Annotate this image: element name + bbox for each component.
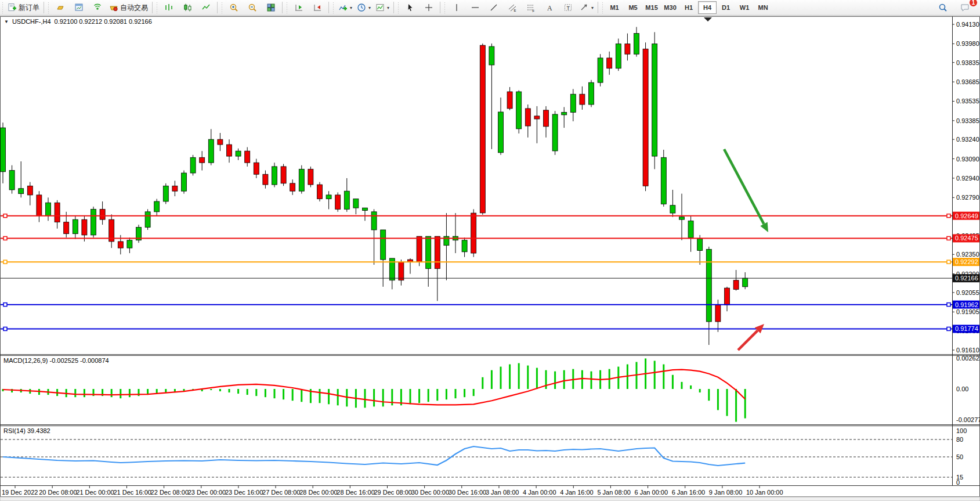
trendline-button[interactable] (484, 1, 503, 15)
chart-window-button[interactable] (70, 1, 88, 15)
price-axis-label: 0.93535 (956, 98, 979, 104)
channel-button[interactable]: E (503, 1, 522, 15)
toolbar-grip[interactable] (1, 2, 4, 13)
candle (308, 167, 313, 188)
indicators-button[interactable]: ▾ (336, 1, 355, 15)
timeframe-mn-button[interactable]: MN (754, 1, 772, 14)
toolbar-grip[interactable] (285, 2, 288, 13)
cursor-button[interactable] (401, 1, 420, 15)
candle (598, 54, 603, 86)
chart-canvas[interactable]: 0.941300.939800.938350.936850.935350.933… (0, 16, 980, 501)
candle-chart-button[interactable] (178, 1, 197, 15)
candle (299, 165, 304, 194)
candle (145, 209, 150, 230)
timeframe-h1-button[interactable]: H1 (679, 1, 698, 14)
toolbar-grip[interactable] (332, 2, 335, 13)
hline-button[interactable] (466, 1, 484, 15)
auto-scroll-button[interactable] (308, 1, 327, 15)
periods-button[interactable]: ▾ (355, 1, 373, 15)
candle (317, 182, 323, 201)
timeframe-h4-button[interactable]: H4 (698, 1, 717, 14)
text-button[interactable]: A (540, 1, 559, 15)
status-strip (0, 497, 980, 501)
fibonacci-button[interactable]: F (522, 1, 540, 15)
chart-window[interactable]: 0.941300.939800.938350.936850.935350.933… (0, 16, 980, 501)
price-tag: 0.92649 (953, 212, 979, 220)
chart-shift-button[interactable] (290, 1, 308, 15)
templates-button[interactable]: ▾ (373, 1, 392, 15)
toolbar-grip[interactable] (443, 2, 446, 13)
time-axis-label: 23 Dec 00:00 (188, 489, 226, 496)
chart-background (0, 16, 980, 501)
cursor-icon (406, 3, 415, 12)
candle (182, 171, 187, 194)
chevron-down-icon: ▾ (591, 5, 594, 10)
bar-chart-button[interactable] (160, 1, 178, 15)
time-axis-label: 6 Jan 16:00 (672, 489, 706, 496)
crosshair-button[interactable] (420, 1, 438, 15)
macd-axis-label: 0.00 (956, 385, 968, 392)
rsi-axis-label: 50 (956, 453, 963, 460)
macd-name: MACD(12,26,9) (3, 357, 48, 364)
vline-button[interactable] (447, 1, 466, 15)
timeframe-m1-button[interactable]: M1 (605, 1, 624, 14)
timeframe-w1-button[interactable]: W1 (735, 1, 754, 14)
timeframe-m30-button[interactable]: M30 (661, 1, 679, 14)
timeframe-m5-button[interactable]: M5 (624, 1, 642, 14)
shapes-button[interactable]: ▾ (577, 1, 596, 15)
line-chart-icon (201, 3, 211, 12)
line-chart-button[interactable] (197, 1, 215, 15)
signals-button[interactable] (88, 1, 107, 15)
candle (272, 163, 277, 187)
price-axis-label: 0.93240 (956, 136, 979, 143)
time-axis-label: 29 Dec 08:00 (374, 489, 412, 496)
time-axis-label: 3 Jan 08:00 (486, 489, 519, 496)
text-label-icon: T (563, 3, 573, 12)
timeframe-m15-button[interactable]: M15 (642, 1, 661, 14)
tile-windows-button[interactable] (262, 1, 280, 15)
time-axis-label: 30 Dec 00:00 (411, 489, 449, 496)
price-axis-label: 0.92940 (956, 175, 979, 182)
toolbar-grip[interactable] (220, 2, 223, 13)
new-order-button[interactable]: 新订单 (5, 1, 42, 15)
text-label-button[interactable]: T (559, 1, 577, 15)
toolbar-grip[interactable] (601, 2, 604, 13)
chart-dropdown-icon[interactable]: ▼ (4, 19, 9, 24)
search-button[interactable] (934, 1, 952, 15)
notifications-button[interactable]: 1 (956, 1, 974, 15)
toolbar-grip[interactable] (47, 2, 50, 13)
hline-icon (471, 3, 480, 12)
search-icon (938, 3, 948, 12)
timeframe-d1-button[interactable]: D1 (717, 1, 735, 14)
candle (516, 91, 522, 134)
toolbar-grip[interactable] (397, 2, 400, 13)
crosshair-icon (424, 3, 433, 12)
toolbar-separator (44, 2, 44, 13)
zoom-out-button[interactable] (243, 1, 262, 15)
price-axis-label: 0.91905 (956, 308, 979, 315)
tile-windows-icon (266, 3, 276, 12)
svg-text:0.92292: 0.92292 (955, 258, 978, 265)
price-tag: 0.92475 (953, 234, 979, 242)
price-axis-label: 0.93980 (956, 40, 979, 47)
autotrade-button[interactable]: 自动交易 (107, 1, 150, 15)
chart-ohlc-values: 0.92100 0.92212 0.92081 0.92166 (55, 18, 152, 25)
svg-text:T: T (567, 5, 570, 11)
toolbar-separator (328, 2, 329, 13)
candle (552, 111, 558, 155)
candle (190, 155, 196, 176)
toolbar-grip[interactable] (156, 2, 158, 13)
chart-window-icon (74, 3, 84, 12)
candle (163, 183, 168, 204)
trendline-icon (489, 3, 498, 12)
gold-bar-button[interactable] (51, 1, 70, 15)
chat-icon (960, 3, 970, 12)
macd-values: -0.002525 -0.000874 (49, 357, 109, 364)
macd-indicator-label: MACD(12,26,9) -0.002525 -0.000874 (3, 357, 109, 364)
price-tag: 0.91774 (953, 325, 979, 333)
time-axis-label: 20 Dec 08:00 (39, 489, 77, 496)
candle (91, 207, 96, 237)
macd-axis-label: -0.00277 (956, 416, 980, 423)
price-axis-label: 0.92790 (956, 194, 979, 201)
zoom-in-button[interactable] (225, 1, 243, 15)
